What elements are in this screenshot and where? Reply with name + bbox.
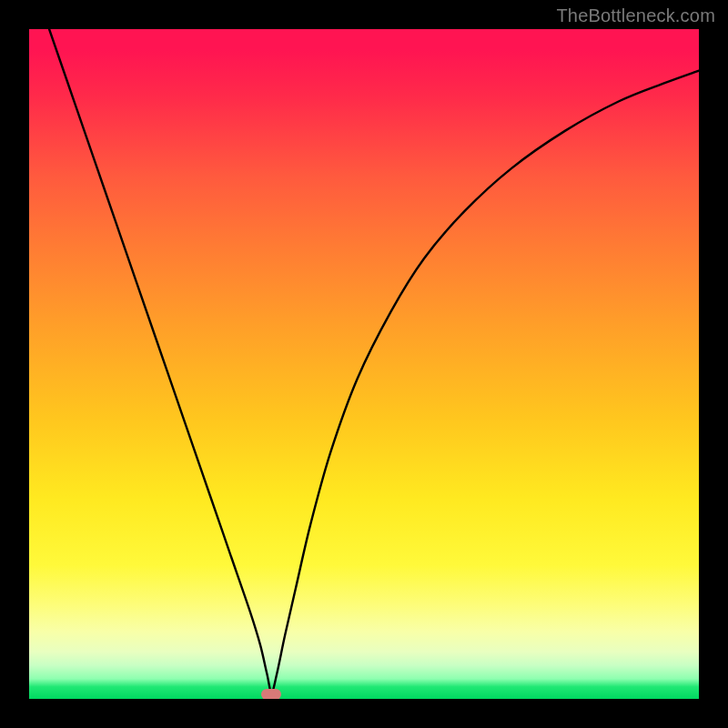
bottleneck-curve <box>49 29 699 693</box>
watermark-text: TheBottleneck.com <box>556 5 715 26</box>
optimum-marker <box>261 689 281 699</box>
plot-area <box>29 29 699 699</box>
curve-svg <box>29 29 699 699</box>
chart-frame: TheBottleneck.com <box>0 0 728 728</box>
